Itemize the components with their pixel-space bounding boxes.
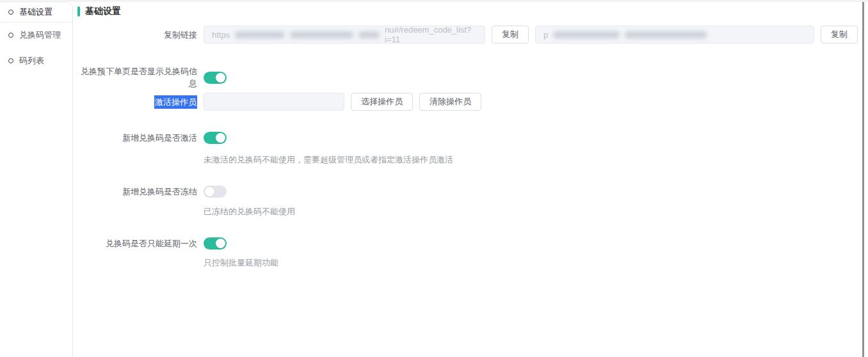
activate-label: 新增兑换码是否激活: [77, 132, 197, 144]
sidebar-item-label: 码列表: [19, 55, 44, 67]
operator-label: 激活操作员: [77, 96, 197, 108]
clear-operator-button[interactable]: 清除操作员: [419, 93, 481, 111]
activate-toggle[interactable]: [204, 132, 227, 144]
delay-once-label: 兑换码是否只能延期一次: [77, 237, 197, 250]
radio-circle-icon: [8, 33, 13, 38]
redacted-text: [553, 31, 620, 38]
operator-input[interactable]: [204, 93, 344, 111]
url-prefix-text: https: [212, 30, 230, 40]
copy-link-input[interactable]: https nu#/redeem_code_list?i=11: [204, 26, 485, 44]
page-title: 基础设置: [85, 6, 121, 17]
show-info-row: 兑换预下单页是否显示兑换码信息: [77, 65, 227, 90]
sidebar-item-code-list[interactable]: 码列表: [0, 48, 72, 74]
sidebar-item-basic-settings[interactable]: 基础设置: [0, 3, 72, 22]
copy-link-row: 复制链接 https nu#/redeem_code_list?i=11 复制 …: [77, 26, 858, 44]
secret-prefix-text: p: [543, 30, 548, 40]
vertical-scrollbar[interactable]: [862, 2, 864, 357]
freeze-hint: 已冻结的兑换码不能使用: [204, 206, 295, 218]
operator-label-text: 激活操作员: [154, 95, 197, 109]
toggle-knob: [216, 73, 225, 83]
sidebar-item-code-management[interactable]: 兑换码管理: [0, 22, 72, 48]
secret-input[interactable]: p: [535, 26, 814, 44]
delay-once-hint: 只控制批量延期功能: [204, 257, 278, 269]
select-operator-button[interactable]: 选择操作员: [351, 93, 413, 111]
sidebar-item-label: 兑换码管理: [19, 29, 61, 41]
redacted-text: [625, 31, 707, 38]
show-info-label: 兑换预下单页是否显示兑换码信息: [77, 65, 197, 90]
radio-circle-icon: [8, 10, 13, 15]
copy-secret-button[interactable]: 复制: [821, 26, 858, 44]
toggle-knob: [216, 239, 225, 248]
activate-hint: 未激活的兑换码不能使用，需要超级管理员或者指定激活操作员激活: [204, 154, 453, 166]
operator-row: 激活操作员 选择操作员 清除操作员: [77, 93, 481, 111]
copy-link-label: 复制链接: [77, 29, 197, 41]
freeze-row: 新增兑换码是否冻结: [77, 186, 227, 198]
freeze-label: 新增兑换码是否冻结: [77, 186, 197, 198]
redacted-text: [235, 31, 285, 38]
accent-bar: [77, 6, 80, 17]
sidebar-item-label: 基础设置: [19, 6, 52, 18]
freeze-toggle[interactable]: [204, 186, 227, 198]
activate-row: 新增兑换码是否激活: [77, 132, 227, 144]
page-top-edge: [0, 0, 868, 2]
toggle-knob: [216, 133, 225, 143]
settings-sidebar: 基础设置 兑换码管理 码列表: [0, 2, 73, 357]
show-info-toggle[interactable]: [204, 72, 227, 84]
toggle-knob: [205, 187, 214, 196]
redeem-code-settings-page: 基础设置 兑换码管理 码列表 基础设置 复制链接 https nu#/redee…: [0, 0, 868, 357]
redacted-text: [290, 31, 354, 38]
delay-once-toggle[interactable]: [204, 237, 227, 250]
section-header: 基础设置: [77, 6, 121, 17]
redacted-text: [358, 31, 380, 38]
copy-link-button[interactable]: 复制: [492, 26, 529, 44]
url-suffix-text: nu#/redeem_code_list?i=11: [385, 25, 477, 44]
delay-once-row: 兑换码是否只能延期一次: [77, 237, 227, 250]
radio-circle-icon: [8, 58, 13, 63]
